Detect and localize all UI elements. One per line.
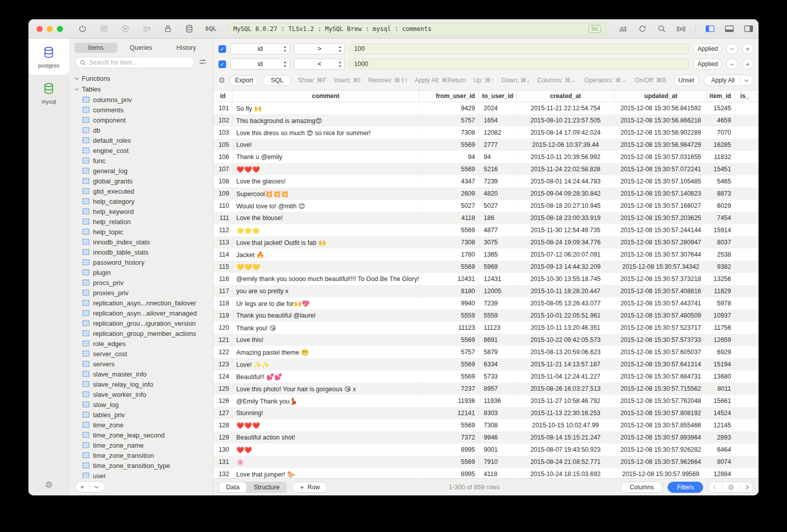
- cell-updated-at[interactable]: 2015-12-08 15:30:57.762048: [615, 395, 707, 407]
- connection-field[interactable]: MySQL 8.0.27 : TLSv1.2 : MySQL Brew : my…: [229, 23, 606, 35]
- cell-is[interactable]: [735, 102, 759, 114]
- sidebar-table-item[interactable]: func: [69, 155, 213, 166]
- cell-to-user-id[interactable]: 8691: [479, 334, 517, 346]
- sidebar-table-item[interactable]: servers: [69, 359, 213, 369]
- cell-is[interactable]: [735, 419, 759, 431]
- filter-enabled-checkbox[interactable]: ✓: [218, 60, 226, 68]
- sql-editor-icon[interactable]: SQL: [205, 26, 216, 32]
- column-header-from-user-id[interactable]: from_user_id: [419, 90, 479, 102]
- filter-applied-button[interactable]: Applied: [694, 43, 722, 54]
- cell-created-at[interactable]: 2015-08-13 20:59:06.623: [517, 346, 615, 358]
- cell-id[interactable]: 106: [213, 151, 233, 163]
- cell-is[interactable]: [735, 236, 759, 248]
- cell-comment[interactable]: Ur legs are to die for🙌💖: [233, 297, 419, 309]
- cell-from-user-id[interactable]: 5569: [419, 261, 479, 273]
- cell-comment[interactable]: Stunning!: [233, 407, 419, 419]
- cell-id[interactable]: 121: [213, 334, 233, 346]
- cell-is[interactable]: [735, 297, 759, 309]
- cell-to-user-id[interactable]: 4877: [479, 224, 517, 236]
- cell-from-user-id[interactable]: 5569: [419, 456, 479, 468]
- cell-is[interactable]: [735, 175, 759, 187]
- cell-comment[interactable]: This background is amazing😍: [233, 114, 419, 127]
- connection-postgres[interactable]: postgres: [28, 39, 69, 75]
- cell-is[interactable]: [735, 395, 759, 407]
- cell-item-id[interactable]: 10937: [707, 309, 735, 322]
- sidebar-table-item[interactable]: time_zone_transition_type: [69, 460, 213, 471]
- cell-item-id[interactable]: 12884: [707, 468, 735, 478]
- sidebar-table-item[interactable]: default_roles: [69, 135, 213, 145]
- cell-is[interactable]: [735, 273, 759, 285]
- cell-to-user-id[interactable]: 7910: [479, 456, 517, 468]
- cell-is[interactable]: [735, 346, 759, 358]
- cell-updated-at[interactable]: 2015-12-08 15:30:57.893964: [615, 431, 707, 444]
- cell-id[interactable]: 113: [213, 236, 233, 248]
- cell-updated-at[interactable]: 2015-12-08 15:30:57.962664: [615, 456, 707, 468]
- previous-page-button[interactable]: [709, 482, 722, 492]
- cell-item-id[interactable]: 15914: [707, 224, 735, 236]
- cell-to-user-id[interactable]: 94: [479, 151, 517, 163]
- cancel-query-icon[interactable]: [99, 24, 109, 34]
- add-row-button[interactable]: + Row: [292, 482, 327, 493]
- sidebar-table-item[interactable]: slave_worker_info: [69, 389, 213, 399]
- table-row[interactable]: 129 Beautiful action shot! 7372 9946 201…: [213, 431, 759, 444]
- filter-operator-select[interactable]: <: [294, 58, 345, 70]
- cell-comment[interactable]: @Emily Thank you💃: [233, 395, 419, 407]
- cell-comment[interactable]: Love that jumper! 🐎: [233, 468, 419, 478]
- cell-is[interactable]: [735, 212, 759, 224]
- table-row[interactable]: 113 Love that jacket! Outfit is fab 🙌 73…: [213, 236, 759, 248]
- cell-id[interactable]: 103: [213, 127, 233, 139]
- cell-is[interactable]: [735, 127, 759, 139]
- cell-is[interactable]: [735, 431, 759, 444]
- remove-filter-button[interactable]: −: [726, 58, 738, 70]
- sidebar-table-item[interactable]: slow_log: [69, 399, 213, 410]
- sidebar-table-item[interactable]: engine_cost: [69, 145, 213, 155]
- cell-updated-at[interactable]: 2015-12-08 15:30:57.105485: [615, 175, 707, 187]
- filter-field-select[interactable]: id: [230, 43, 290, 54]
- cell-item-id[interactable]: 15245: [707, 102, 735, 114]
- cell-item-id[interactable]: 12659: [707, 334, 735, 346]
- cell-comment[interactable]: Would love to! @mith 😊: [233, 200, 419, 212]
- table-row[interactable]: 125 Love this photo! Your hair is gorgeo…: [213, 383, 759, 395]
- cell-id[interactable]: 119: [213, 309, 233, 322]
- cell-from-user-id[interactable]: 5757: [419, 114, 479, 127]
- sidebar-table-item[interactable]: replication_group_member_actions: [69, 328, 213, 338]
- cell-from-user-id[interactable]: 8995: [419, 444, 479, 456]
- cell-to-user-id[interactable]: 12431: [479, 273, 517, 285]
- cell-id[interactable]: 102: [213, 114, 233, 127]
- cell-is[interactable]: [735, 358, 759, 370]
- cell-id[interactable]: 120: [213, 322, 233, 334]
- cell-created-at[interactable]: 2015-08-14 17:09:42.024: [517, 127, 615, 139]
- cell-is[interactable]: [735, 456, 759, 468]
- cell-created-at[interactable]: 2015-08-24 19:09:34.776: [517, 236, 615, 248]
- column-header-to-user-id[interactable]: to_user_id: [479, 90, 517, 102]
- cell-id[interactable]: 116: [213, 273, 233, 285]
- column-header-id[interactable]: id: [213, 90, 233, 102]
- cell-updated-at[interactable]: 2015-12-08 15:30:57.99569: [615, 468, 707, 478]
- page-settings-gear-icon[interactable]: ⚙: [722, 482, 739, 492]
- cell-created-at[interactable]: 2015-08-10 21:23:57.505: [517, 114, 615, 127]
- cell-id[interactable]: 132: [213, 468, 233, 478]
- cell-comment[interactable]: Thank you beautiful @laurel: [233, 309, 419, 322]
- cell-item-id[interactable]: 8011: [707, 383, 735, 395]
- cell-created-at[interactable]: 2015-10-01 22:05:51.961: [517, 309, 615, 322]
- toggle-left-panel-icon[interactable]: [705, 24, 715, 34]
- search-icon[interactable]: [656, 24, 667, 34]
- table-row[interactable]: 103 Love this dress so much 😍 so nice fo…: [213, 127, 759, 139]
- cell-from-user-id[interactable]: 5757: [419, 346, 479, 358]
- table-row[interactable]: 130 ❤️❤️ 8995 9001 2015-08-07 19:43:50.9…: [213, 444, 759, 456]
- table-row[interactable]: 116 @emily thank you soooo much beautifu…: [213, 273, 759, 285]
- cell-is[interactable]: [735, 151, 759, 163]
- cell-from-user-id[interactable]: 7372: [419, 431, 479, 444]
- cell-created-at[interactable]: 2015-08-07 19:43:50.923: [517, 444, 615, 456]
- cell-is[interactable]: [735, 139, 759, 151]
- sidebar-table-item[interactable]: global_grants: [69, 176, 213, 186]
- cell-item-id[interactable]: 7454: [707, 212, 735, 224]
- table-row[interactable]: 127 Stunning! 12141 8303 2015-11-13 22:3…: [213, 407, 759, 419]
- sidebar-table-item[interactable]: columns_priv: [69, 95, 213, 105]
- cell-item-id[interactable]: 8074: [707, 456, 735, 468]
- connection-mysql[interactable]: mysql: [28, 75, 69, 111]
- tab-history[interactable]: History: [165, 43, 208, 53]
- sidebar-table-item[interactable]: comments: [69, 105, 213, 115]
- cell-created-at[interactable]: 2015-11-27 10:58:46.792: [517, 395, 615, 407]
- cell-from-user-id[interactable]: 7237: [419, 383, 479, 395]
